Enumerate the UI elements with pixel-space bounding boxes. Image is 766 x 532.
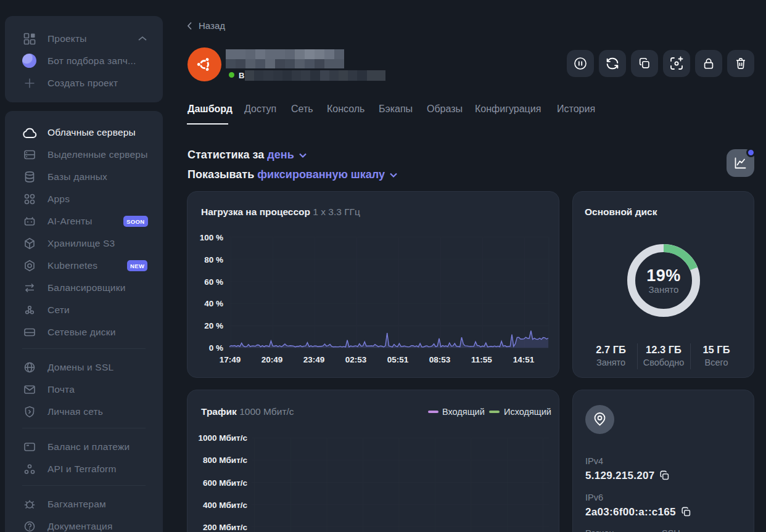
svg-text:05:51: 05:51 [387,355,409,364]
svg-text:0 %: 0 % [209,343,223,353]
svg-text:23:49: 23:49 [303,355,325,364]
svg-text:80 %: 80 % [204,255,223,264]
svg-text:800 Мбит/с: 800 Мбит/с [203,456,248,465]
svg-text:400 Мбит/с: 400 Мбит/с [203,501,248,510]
svg-text:1000 Мбит/с: 1000 Мбит/с [198,433,247,443]
svg-text:60 %: 60 % [204,277,223,287]
svg-text:100 %: 100 % [200,233,223,242]
svg-text:40 %: 40 % [204,299,223,308]
svg-text:11:55: 11:55 [471,355,492,364]
svg-text:17:49: 17:49 [220,355,241,364]
svg-text:600 Мбит/с: 600 Мбит/с [203,478,248,488]
svg-text:20 %: 20 % [204,321,223,330]
svg-text:20:49: 20:49 [262,355,283,364]
svg-text:14:51: 14:51 [513,355,535,364]
svg-text:02:53: 02:53 [345,355,367,364]
svg-text:08:53: 08:53 [429,355,451,364]
svg-text:200 Мбит/с: 200 Мбит/с [203,523,248,532]
